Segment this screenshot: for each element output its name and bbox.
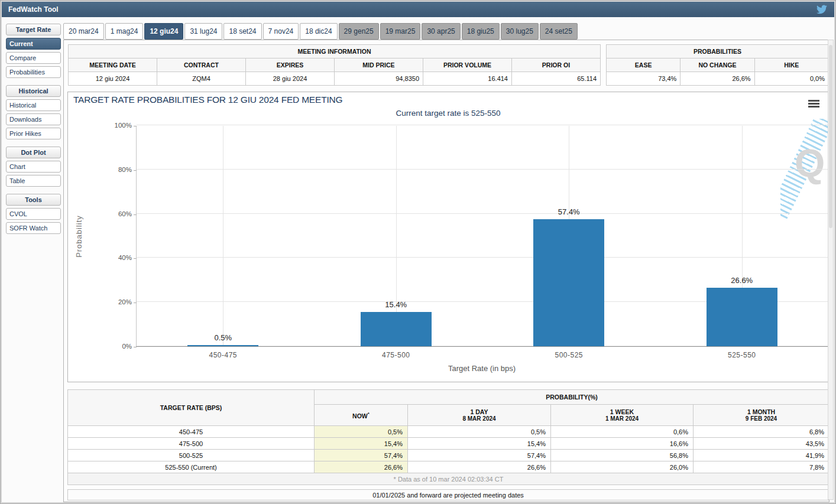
table-value-row: 12 giu 2024ZQM428 giu 202494,835016.4146…: [69, 72, 601, 86]
y-tick-label: 40%: [103, 254, 132, 261]
table-row: 500-52557,4%57,4%56,8%41,9%: [68, 450, 829, 461]
value-cell-contract: ZQM4: [157, 72, 246, 86]
x-category-label: 450-475: [176, 351, 270, 359]
tab-29-gen25[interactable]: 29 gen25: [339, 23, 379, 40]
tab-31-lug24[interactable]: 31 lug24: [184, 23, 222, 40]
probability-cell: 0,5%: [408, 426, 551, 438]
table-row: 525-550 (Current)26,6%26,6%26,0%7,8%: [68, 461, 829, 473]
value-cell-mid-price: 94,8350: [335, 72, 423, 86]
sidebar-item-historical[interactable]: Historical: [6, 99, 61, 111]
value-cell-prior-oi: 65.114: [512, 72, 601, 86]
chart-subtitle: Current target rate is 525-550: [68, 109, 828, 118]
bar-value-label: 26.6%: [707, 276, 777, 285]
bar-chart-plot: 0%20%40%60%80%100%0.5%450-47515.4%475-50…: [136, 126, 828, 347]
probability-cell: 7,8%: [694, 461, 829, 473]
probability-group-header: PROBABILITY(%): [315, 390, 829, 405]
bar-value-label: 57.4%: [533, 207, 604, 216]
y-tick-label: 80%: [103, 166, 132, 173]
value-cell-expires: 28 giu 2024: [246, 72, 335, 86]
rate-cell: 525-550 (Current): [68, 461, 315, 473]
chart-menu-icon[interactable]: [808, 100, 819, 109]
footnote-row: * Data as of 10 mar 2024 02:03:34 CT: [68, 473, 829, 485]
table-row: 450-4750,5%0,5%0,6%6,8%: [68, 426, 829, 438]
scrollbar-thumb[interactable]: [829, 45, 832, 228]
probabilities-summary-table: PROBABILITIESEASENO CHANGEHIKE73,4%26,6%…: [606, 44, 829, 86]
sidebar-header-tools[interactable]: Tools: [6, 194, 61, 206]
rate-cell: 500-525: [68, 450, 315, 461]
gridline-x: [223, 126, 223, 346]
sidebar-header-dot-plot[interactable]: Dot Plot: [6, 147, 61, 158]
sidebar-item-chart[interactable]: Chart: [6, 161, 61, 173]
sidebar-item-current[interactable]: Current: [6, 38, 61, 50]
sidebar-item-prior-hikes[interactable]: Prior Hikes: [6, 128, 61, 139]
sidebar: Target RateCurrentCompareProbabilitiesHi…: [6, 24, 61, 236]
sidebar-item-sofr-watch[interactable]: SOFR Watch: [6, 222, 61, 234]
rate-cell: 475-500: [68, 438, 315, 450]
sidebar-item-probabilities[interactable]: Probabilities: [6, 66, 61, 78]
column-header-1-month: 1 MONTH9 FEB 2024: [694, 405, 829, 426]
now-cell: 26,6%: [315, 461, 408, 473]
probability-history-table: TARGET RATE (BPS)PROBABILITY(%)NOW*1 DAY…: [67, 389, 829, 485]
tab-30-lug25[interactable]: 30 lug25: [501, 23, 539, 40]
sidebar-item-compare[interactable]: Compare: [6, 52, 61, 64]
probability-cell: 26,6%: [408, 461, 551, 473]
tab-7-nov24[interactable]: 7 nov24: [263, 23, 299, 40]
vertical-scrollbar[interactable]: [828, 40, 834, 500]
probability-cell: 6,8%: [694, 426, 829, 438]
column-header-ease: EASE: [607, 58, 681, 72]
table-header-row: EASENO CHANGEHIKE: [607, 58, 829, 72]
y-tick-label: 60%: [103, 210, 132, 217]
twitter-icon[interactable]: [816, 4, 827, 15]
tab-18-set24[interactable]: 18 set24: [223, 23, 261, 40]
tab-30-apr25[interactable]: 30 apr25: [422, 23, 460, 40]
probability-cell: 0,6%: [551, 426, 694, 438]
value-cell-no-change: 26,6%: [681, 72, 754, 86]
column-header-now: NOW*: [315, 405, 408, 426]
column-header-contract: CONTRACT: [157, 58, 246, 72]
table-row: 475-50015,4%15,4%16,6%43,5%: [68, 438, 829, 450]
column-header-no-change: NO CHANGE: [681, 58, 754, 72]
sidebar-item-table[interactable]: Table: [6, 175, 61, 187]
sidebar-header-historical[interactable]: Historical: [6, 85, 61, 97]
y-axis-title: Probability: [74, 215, 83, 258]
tab-18-giu25[interactable]: 18 giu25: [462, 23, 500, 40]
meeting-date-tabs: 20 mar241 mag2412 giu2431 lug2418 set247…: [63, 23, 579, 40]
bar-525-550[interactable]: [707, 288, 777, 346]
bar-475-500[interactable]: [361, 312, 432, 346]
y-tick-label: 20%: [103, 298, 132, 305]
bar-450-475[interactable]: [187, 345, 258, 346]
y-tick-mark: [134, 303, 137, 303]
x-category-label: 500-525: [521, 351, 616, 359]
tab-24-set25[interactable]: 24 set25: [540, 23, 578, 40]
y-tick-mark: [134, 214, 137, 215]
fedwatch-window: FedWatch Tool Target RateCurrentCompareP…: [0, 0, 836, 504]
tab-12-giu24[interactable]: 12 giu24: [144, 23, 183, 40]
column-header-prior-volume: PRIOR VOLUME: [423, 58, 512, 72]
probability-cell: 56,8%: [551, 450, 694, 461]
tab-20-mar24[interactable]: 20 mar24: [63, 23, 104, 40]
chart-panel: TARGET RATE PROBABILITIES FOR 12 GIU 202…: [67, 92, 829, 382]
main-panel: MEETING INFORMATIONMEETING DATECONTRACTE…: [63, 40, 829, 502]
tab-19-mar25[interactable]: 19 mar25: [380, 23, 421, 40]
table-title: MEETING INFORMATION: [69, 45, 601, 58]
column-header-meeting-date: MEETING DATE: [69, 58, 157, 72]
y-tick-label: 0%: [103, 343, 132, 350]
probability-cell: 57,4%: [408, 450, 551, 461]
sidebar-header-target-rate[interactable]: Target Rate: [6, 24, 61, 35]
tab-1-mag24[interactable]: 1 mag24: [105, 23, 144, 40]
tab-18-dic24[interactable]: 18 dic24: [300, 23, 337, 40]
table-value-row: 73,4%26,6%0,0%: [607, 72, 829, 86]
probability-cell: 15,4%: [408, 438, 551, 450]
y-tick-mark: [134, 126, 137, 126]
sidebar-item-cvol[interactable]: CVOL: [6, 208, 61, 220]
sidebar-item-downloads[interactable]: Downloads: [6, 113, 61, 125]
table-title-row: MEETING INFORMATION: [69, 45, 601, 58]
x-category-label: 525-550: [695, 351, 789, 359]
now-cell: 0,5%: [315, 426, 408, 438]
column-header-1-week: 1 WEEK1 MAR 2024: [551, 405, 694, 426]
header-row-1: TARGET RATE (BPS)PROBABILITY(%): [68, 390, 829, 405]
gridline-y: [137, 125, 828, 125]
value-cell-ease: 73,4%: [607, 72, 681, 86]
bar-500-525[interactable]: [533, 219, 604, 346]
column-header-prior-oi: PRIOR OI: [512, 58, 601, 72]
